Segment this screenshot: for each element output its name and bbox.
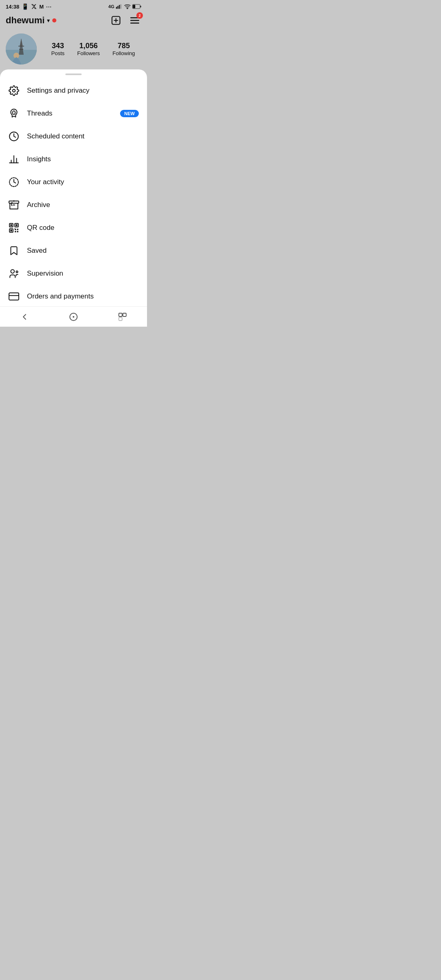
svg-rect-7 — [140, 6, 141, 7]
svg-rect-35 — [10, 229, 12, 231]
following-count: 785 — [118, 42, 130, 50]
qr-icon — [8, 222, 20, 234]
threads-label: Threads — [27, 109, 120, 118]
followers-label: Followers — [77, 50, 100, 56]
top-nav: dhewumi ▾ 2 — [0, 11, 147, 30]
menu-item-activity[interactable]: Your activity — [0, 171, 147, 194]
supervision-icon — [8, 268, 20, 279]
svg-point-41 — [11, 270, 14, 273]
threads-new-badge: NEW — [120, 110, 139, 117]
menu-item-scheduled[interactable]: Scheduled content — [0, 125, 147, 148]
status-left: 14:38 📱 M ··· — [6, 3, 52, 10]
svg-rect-54 — [119, 317, 122, 321]
clock-icon — [8, 131, 20, 142]
svg-point-22 — [13, 111, 16, 115]
twitter-icon — [31, 4, 37, 9]
menu-item-qr[interactable]: QR code — [0, 216, 147, 239]
recent-apps-button[interactable] — [114, 309, 131, 325]
svg-rect-52 — [119, 313, 122, 316]
card-icon — [8, 291, 20, 302]
menu-list: Settings and privacy Threads NEW Schedul… — [0, 78, 147, 318]
avatar[interactable] — [6, 33, 37, 65]
svg-point-21 — [13, 89, 16, 92]
status-right: 4G — [108, 4, 141, 9]
profile-stats: 343 Posts 1,056 Followers 785 Following — [0, 30, 147, 71]
supervision-label: Supervision — [27, 270, 139, 278]
svg-rect-2 — [119, 5, 120, 9]
menu-item-saved[interactable]: Saved — [0, 239, 147, 262]
activity-label: Your activity — [27, 178, 139, 186]
posts-count: 343 — [52, 42, 64, 50]
posts-label: Posts — [51, 50, 65, 56]
svg-point-4 — [127, 8, 128, 9]
network-label: 4G — [108, 4, 114, 9]
svg-rect-34 — [16, 224, 17, 226]
activity-icon — [8, 176, 20, 188]
archive-label: Archive — [27, 201, 139, 209]
handle-bar — [65, 74, 82, 75]
archive-icon — [8, 199, 20, 211]
following-stat[interactable]: 785 Following — [113, 42, 135, 56]
status-bar: 14:38 📱 M ··· 4G — [0, 0, 147, 11]
wifi-icon — [124, 4, 131, 9]
scheduled-label: Scheduled content — [27, 132, 139, 140]
svg-point-42 — [16, 271, 18, 273]
followers-stat[interactable]: 1,056 Followers — [77, 42, 100, 56]
svg-point-51 — [73, 316, 74, 318]
svg-rect-0 — [116, 7, 117, 9]
time: 14:38 — [6, 4, 19, 10]
bar-chart-icon — [8, 154, 20, 165]
bottom-nav — [0, 306, 147, 327]
gmail-icon: M — [39, 4, 44, 10]
home-button[interactable] — [65, 309, 82, 325]
username: dhewumi — [6, 15, 45, 26]
dropdown-chevron-icon: ▾ — [47, 17, 50, 24]
menu-item-insights[interactable]: Insights — [0, 148, 147, 171]
threads-icon — [8, 108, 20, 119]
svg-rect-1 — [118, 6, 118, 9]
back-button[interactable] — [16, 309, 33, 325]
svg-rect-37 — [15, 229, 16, 230]
following-label: Following — [113, 50, 135, 56]
svg-rect-33 — [10, 224, 12, 226]
sheet-handle — [0, 69, 147, 78]
more-icon: ··· — [46, 4, 52, 10]
svg-rect-43 — [9, 293, 19, 300]
svg-rect-19 — [19, 49, 23, 50]
posts-stat[interactable]: 343 Posts — [51, 42, 65, 56]
qr-label: QR code — [27, 224, 139, 232]
saved-label: Saved — [27, 247, 139, 255]
menu-item-payments[interactable]: Orders and payments — [0, 285, 147, 308]
bookmark-icon — [8, 245, 20, 256]
svg-rect-39 — [15, 231, 16, 232]
svg-rect-3 — [120, 4, 121, 9]
followers-count: 1,056 — [79, 42, 98, 50]
username-area[interactable]: dhewumi ▾ — [6, 15, 56, 26]
settings-label: Settings and privacy — [27, 87, 139, 95]
svg-rect-53 — [123, 313, 126, 316]
svg-rect-40 — [17, 231, 18, 232]
hamburger-menu-button[interactable]: 2 — [128, 14, 141, 27]
nav-icons: 2 — [109, 14, 141, 27]
settings-icon — [8, 85, 20, 96]
svg-rect-18 — [18, 46, 24, 47]
insights-label: Insights — [27, 155, 139, 163]
stats-row: 343 Posts 1,056 Followers 785 Following — [45, 42, 141, 56]
online-status-dot — [52, 18, 56, 22]
menu-item-threads[interactable]: Threads NEW — [0, 102, 147, 125]
menu-item-archive[interactable]: Archive — [0, 194, 147, 216]
menu-badge: 2 — [136, 12, 143, 19]
svg-rect-6 — [133, 5, 135, 8]
bottom-sheet: Settings and privacy Threads NEW Schedul… — [0, 69, 147, 327]
svg-rect-38 — [17, 229, 18, 230]
signal-icon — [116, 4, 122, 9]
payments-label: Orders and payments — [27, 292, 139, 301]
new-post-button[interactable] — [109, 14, 122, 27]
menu-item-settings[interactable]: Settings and privacy — [0, 79, 147, 102]
whatsapp-icon: 📱 — [22, 3, 29, 10]
battery-icon — [132, 4, 141, 9]
menu-item-supervision[interactable]: Supervision — [0, 262, 147, 285]
